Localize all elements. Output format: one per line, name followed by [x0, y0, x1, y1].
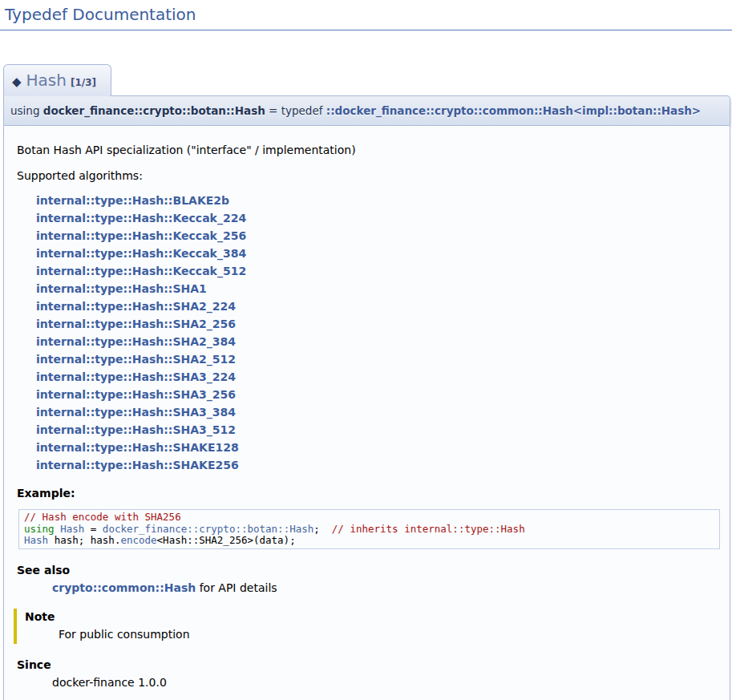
code-using-keyword: using	[24, 523, 55, 535]
member-tab-count: [1/3]	[71, 77, 96, 88]
note-text: For public consumption	[59, 628, 722, 641]
algorithm-link-keccak224[interactable]: internal::type::Hash::Keccak_224	[36, 209, 722, 227]
code-line-3: Hash hash; hash.encode<Hash::SHA2_256>(d…	[24, 535, 714, 547]
permalink-diamond-icon[interactable]: ◆	[12, 75, 22, 89]
algorithm-link-sha2-224[interactable]: internal::type::Hash::SHA2_224	[36, 297, 722, 315]
code-comment: // Hash encode with SHA256	[24, 511, 181, 523]
code-encode-link[interactable]: encode	[120, 534, 156, 546]
algorithm-link-keccak256[interactable]: internal::type::Hash::Keccak_256	[36, 227, 722, 245]
code-block: // Hash encode with SHA256using Hash = d…	[18, 509, 720, 549]
since-label: Since	[17, 658, 722, 671]
code-text: ;	[313, 523, 332, 535]
since-section: Since docker-finance 1.0.0	[12, 658, 722, 689]
code-text: =	[84, 523, 103, 535]
algorithm-link-shake256[interactable]: internal::type::Hash::SHAKE256	[36, 456, 722, 474]
see-also-label: See also	[17, 564, 722, 577]
algorithm-link-sha3-224[interactable]: internal::type::Hash::SHA3_224	[36, 368, 722, 386]
see-also-common-hash-link[interactable]: crypto::common::Hash	[52, 581, 196, 594]
since-text: docker-finance 1.0.0	[52, 676, 722, 689]
algorithm-link-sha3-384[interactable]: internal::type::Hash::SHA3_384	[36, 403, 722, 421]
algorithm-link-sha2-256[interactable]: internal::type::Hash::SHA2_256	[36, 315, 722, 333]
code-comment: // inherits internal::type::Hash	[332, 523, 525, 535]
algorithm-link-sha2-384[interactable]: internal::type::Hash::SHA2_384	[36, 333, 722, 350]
code-botan-hash-link[interactable]: docker_finance::crypto::botan::Hash	[103, 523, 313, 535]
algorithm-link-shake128[interactable]: internal::type::Hash::SHAKE128	[36, 439, 722, 456]
see-also-content: crypto::common::Hash for API details	[52, 581, 722, 594]
see-also-section: See also crypto::common::Hash for API de…	[12, 564, 722, 594]
proto-equals-typedef: = typedef	[265, 104, 326, 117]
see-also-text: for API details	[196, 581, 277, 594]
code-text: <Hash::SHA2_256>(data);	[157, 534, 296, 546]
algorithm-link-sha1[interactable]: internal::type::Hash::SHA1	[36, 280, 722, 297]
proto-common-hash-link[interactable]: ::docker_finance::crypto::common::Hash<i…	[326, 104, 701, 117]
algorithm-link-sha3-512[interactable]: internal::type::Hash::SHA3_512	[36, 421, 722, 439]
member-documentation: Botan Hash API specialization ("interfac…	[3, 126, 730, 700]
code-line-2: using Hash = docker_finance::crypto::bot…	[24, 524, 714, 536]
typedef-documentation-page: Typedef Documentation ◆Hash[1/3] using d…	[0, 0, 732, 700]
member-prototype: using docker_finance::crypto::botan::Has…	[3, 95, 730, 126]
member-tab-hash: ◆Hash[1/3]	[3, 64, 111, 96]
proto-using-keyword: using	[10, 104, 43, 117]
algorithm-list: internal::type::Hash::BLAKE2b internal::…	[36, 192, 722, 474]
note-label: Note	[25, 610, 722, 623]
algorithm-link-blake2b[interactable]: internal::type::Hash::BLAKE2b	[36, 192, 722, 209]
code-hash-link[interactable]: Hash	[24, 534, 48, 546]
code-hash-link[interactable]: Hash	[60, 523, 84, 535]
page-title: Typedef Documentation	[0, 0, 732, 30]
algorithm-link-sha3-256[interactable]: internal::type::Hash::SHA3_256	[36, 386, 722, 403]
code-text: hash; hash.	[48, 534, 120, 546]
description-text: Botan Hash API specialization ("interfac…	[17, 144, 722, 156]
code-line-1: // Hash encode with SHA256	[24, 512, 714, 524]
supported-algorithms-label: Supported algorithms:	[17, 169, 722, 182]
example-label: Example:	[17, 487, 722, 500]
algorithm-link-keccak384[interactable]: internal::type::Hash::Keccak_384	[36, 245, 722, 262]
proto-member-name: docker_finance::crypto::botan::Hash	[43, 104, 265, 117]
member-tab-label: Hash	[26, 71, 67, 90]
member-item-hash: using docker_finance::crypto::botan::Has…	[3, 95, 730, 700]
algorithm-link-sha2-512[interactable]: internal::type::Hash::SHA2_512	[36, 350, 722, 368]
note-section: Note For public consumption	[14, 609, 722, 644]
algorithm-link-keccak512[interactable]: internal::type::Hash::Keccak_512	[36, 262, 722, 280]
